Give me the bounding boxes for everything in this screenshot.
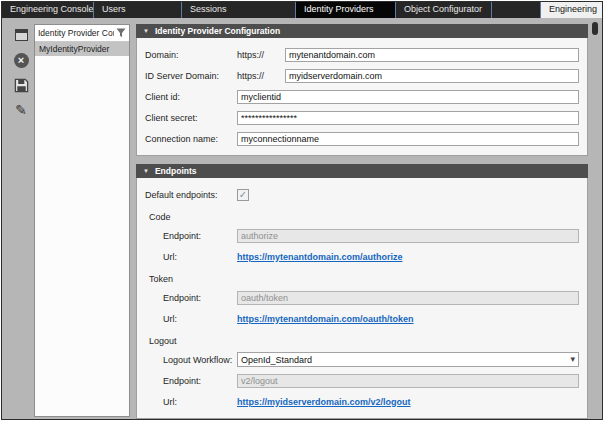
- tab-users[interactable]: Users: [94, 2, 182, 18]
- endpoint-label: Endpoint:: [163, 293, 237, 303]
- default-endpoints-label: Default endpoints:: [145, 190, 237, 200]
- client-id-input[interactable]: [237, 90, 579, 104]
- form-row-logout-endpoint: Endpoint:: [145, 370, 579, 391]
- endpoints-form: Default endpoints: ✓ Code Endpoint: Url:…: [136, 178, 588, 419]
- close-icon: ×: [14, 53, 29, 68]
- form-row-id-server-domain: ID Server Domain: https://: [145, 65, 579, 86]
- save-button[interactable]: [12, 76, 30, 94]
- main-panel: ▼ Identity Provider Configuration Domain…: [136, 24, 588, 420]
- url-label: Url:: [163, 397, 237, 407]
- section-gap: [136, 156, 588, 164]
- form-row-connection-name: Connection name:: [145, 128, 579, 149]
- check-icon: ✓: [239, 190, 247, 200]
- config-section-title: Identity Provider Configuration: [155, 26, 280, 36]
- group-label-code: Code: [149, 212, 579, 222]
- config-form: Domain: https:// ID Server Domain: https…: [136, 38, 588, 156]
- default-endpoints-checkbox[interactable]: ✓: [237, 189, 249, 201]
- token-url-link[interactable]: https://mytenantdomain.com/oauth/token: [237, 314, 414, 324]
- form-row-code-url: Url: https://mytenantdomain.com/authoriz…: [145, 246, 579, 267]
- client-secret-label: Client secret:: [145, 113, 237, 123]
- logout-endpoint-input: [237, 374, 579, 388]
- group-label-token: Token: [149, 274, 579, 284]
- connection-name-label: Connection name:: [145, 134, 237, 144]
- list-item-my-identity-provider[interactable]: MyIdentityProvider: [35, 42, 129, 56]
- delete-button[interactable]: ×: [12, 51, 30, 69]
- list-title: Identity Provider Conf: [38, 28, 114, 38]
- id-server-domain-input[interactable]: [285, 69, 579, 83]
- url-label: Url:: [163, 314, 237, 324]
- list-header: Identity Provider Conf: [35, 25, 129, 42]
- domain-label: Domain:: [145, 50, 237, 60]
- config-section-header[interactable]: ▼ Identity Provider Configuration: [136, 24, 588, 38]
- endpoints-section-header[interactable]: ▼ Endpoints: [136, 164, 588, 178]
- form-row-logout-workflow: Logout Workflow: OpenId_Standard ▾: [145, 349, 579, 370]
- left-toolbar: × ✎: [8, 24, 34, 420]
- code-url-link[interactable]: https://mytenantdomain.com/authorize: [237, 252, 403, 262]
- pencil-icon: ✎: [15, 102, 27, 118]
- form-row-client-secret: Client secret:: [145, 107, 579, 128]
- window-button[interactable]: [12, 26, 30, 44]
- client-id-label: Client id:: [145, 92, 237, 102]
- token-endpoint-input: [237, 291, 579, 305]
- form-row-logout-url: Url: https://myidserverdomain.com/v2/log…: [145, 391, 579, 412]
- save-icon: [14, 78, 29, 93]
- url-label: Url:: [163, 252, 237, 262]
- collapse-icon: ▼: [143, 24, 149, 38]
- logout-url-link[interactable]: https://myidserverdomain.com/v2/logout: [237, 397, 411, 407]
- connection-name-input[interactable]: [237, 132, 579, 146]
- https-prefix: https://: [237, 50, 285, 60]
- endpoints-section-title: Endpoints: [155, 166, 197, 176]
- scrollbar-thumb[interactable]: [592, 22, 598, 35]
- logout-workflow-select[interactable]: OpenId_Standard ▾: [237, 352, 579, 367]
- collapse-icon: ▼: [143, 164, 149, 178]
- form-row-token-url: Url: https://mytenantdomain.com/oauth/to…: [145, 308, 579, 329]
- logout-workflow-label: Logout Workflow:: [163, 355, 237, 365]
- app-window: Engineering Console Users Sessions Ident…: [1, 1, 603, 420]
- form-row-default-endpoints: Default endpoints: ✓: [145, 184, 579, 205]
- form-row-domain: Domain: https://: [145, 44, 579, 65]
- filter-icon[interactable]: [116, 28, 126, 38]
- edit-button[interactable]: ✎: [12, 101, 30, 119]
- form-row-token-endpoint: Endpoint:: [145, 287, 579, 308]
- endpoint-label: Endpoint:: [163, 231, 237, 241]
- form-row-code-endpoint: Endpoint:: [145, 225, 579, 246]
- group-label-logout: Logout: [149, 336, 579, 346]
- tab-engineering[interactable]: Engineering: [540, 2, 602, 18]
- endpoint-label: Endpoint:: [163, 376, 237, 386]
- https-prefix: https://: [237, 71, 285, 81]
- identity-provider-list-panel: Identity Provider Conf MyIdentityProvide…: [34, 24, 130, 417]
- chevron-down-icon: ▾: [570, 354, 575, 364]
- tab-identity-providers[interactable]: Identity Providers: [296, 2, 396, 18]
- content-area: × ✎ Identity Provider Conf MyIdentityP: [2, 18, 602, 420]
- window-icon: [15, 29, 28, 41]
- tab-engineering-console[interactable]: Engineering Console: [2, 2, 94, 18]
- tab-sessions[interactable]: Sessions: [182, 2, 296, 18]
- logout-workflow-value: OpenId_Standard: [241, 355, 312, 365]
- tab-object-configurator[interactable]: Object Configurator: [396, 2, 492, 18]
- form-row-client-id: Client id:: [145, 86, 579, 107]
- main-tab-bar: Engineering Console Users Sessions Ident…: [2, 2, 602, 18]
- client-secret-input[interactable]: [237, 111, 579, 125]
- code-endpoint-input: [237, 229, 579, 243]
- id-server-domain-label: ID Server Domain:: [145, 71, 237, 81]
- domain-input[interactable]: [285, 48, 579, 62]
